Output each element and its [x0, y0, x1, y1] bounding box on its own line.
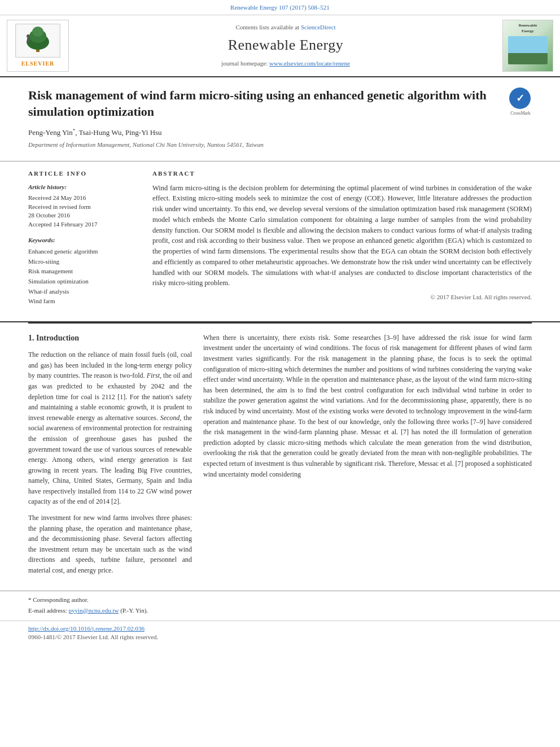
history-label: Article history: [28, 183, 141, 192]
journal-url[interactable]: www.elsevier.com/locate/renene [269, 60, 350, 67]
elsevier-logo: ELSEVIER [7, 20, 69, 72]
keywords-label: Keywords: [28, 236, 141, 245]
keyword-2: Micro-siting [28, 257, 141, 267]
journal-ref-text: Renewable Energy 107 (2017) 508–521 [230, 4, 330, 11]
thumb-journal-title: RenewableEnergy [519, 23, 537, 34]
crossmark-badge: ✓ CrossMark [509, 88, 532, 110]
thumb-inner: RenewableEnergy [503, 20, 553, 72]
accepted-date: Accepted 14 February 2017 [28, 220, 141, 229]
keyword-6: Wind farm [28, 296, 141, 307]
logo-graphic [15, 24, 60, 58]
footnote-corresponding: * Corresponding author. [28, 596, 532, 605]
article-info-abstract: ARTICLE INFO Article history: Received 2… [0, 161, 560, 322]
keyword-1: Enhanced genetic algorithm [28, 247, 141, 257]
journal-thumbnail: RenewableEnergy [502, 20, 553, 72]
crossmark-icon: ✓ [509, 88, 531, 109]
email-link[interactable]: pyyin@ncnu.edu.tw [68, 607, 119, 614]
received-revised-label: Received in revised form [28, 203, 141, 212]
article-history: Article history: Received 24 May 2016 Re… [28, 183, 141, 230]
intro-right: When there is uncertainty, there exists … [203, 333, 532, 582]
intro-right-paragraph-1: When there is uncertainty, there exists … [203, 333, 532, 479]
article-title-section: Risk management of wind farm micro-sitin… [0, 77, 560, 161]
elsevier-label: ELSEVIER [21, 60, 55, 68]
sciencedirect-link[interactable]: ScienceDirect [301, 24, 336, 30]
footnote-email: E-mail address: pyyin@ncnu.edu.tw (P.-Y.… [28, 606, 532, 615]
bottom-bar: http://dx.doi.org/10.1016/j.renene.2017.… [0, 621, 560, 646]
keyword-4: Simulation optimization [28, 277, 141, 287]
abstract-text: Wind farm micro-siting is the decision p… [152, 183, 532, 289]
article-info-heading: ARTICLE INFO [28, 169, 141, 178]
svg-rect-6 [27, 38, 29, 42]
crossmark-label: CrossMark [509, 110, 532, 117]
authors: Peng-Yeng Yin*, Tsai-Hung Wu, Ping-Yi Hs… [28, 127, 532, 138]
main-content: 1. Introduction The reduction on the rel… [0, 324, 560, 591]
intro-paragraph-1: The reduction on the reliance of main fo… [28, 350, 192, 507]
abstract-section: ABSTRACT Wind farm micro-siting is the d… [152, 169, 532, 313]
keywords-block: Keywords: Enhanced genetic algorithm Mic… [28, 236, 141, 307]
intro-left: 1. Introduction The reduction on the rel… [28, 333, 192, 582]
journal-homepage: journal homepage: www.elsevier.com/locat… [221, 59, 350, 68]
keyword-3: Risk management [28, 267, 141, 277]
received-date: Received 24 May 2016 [28, 194, 141, 203]
footnotes: * Corresponding author. E-mail address: … [0, 591, 560, 621]
contents-available: Contents lists available at ScienceDirec… [235, 23, 335, 32]
journal-header: ELSEVIER Contents lists available at Sci… [0, 15, 560, 78]
issn-text: 0960-1481/© 2017 Elsevier Ltd. All right… [28, 633, 532, 642]
affiliation: Department of Information Management, Na… [28, 141, 532, 150]
journal-info: Contents lists available at ScienceDirec… [75, 20, 497, 72]
article-title: Risk management of wind farm micro-sitin… [28, 88, 491, 120]
svg-point-4 [32, 27, 43, 37]
journal-title: Renewable Energy [228, 34, 344, 56]
copyright: © 2017 Elsevier Ltd. All rights reserved… [152, 293, 532, 302]
svg-point-5 [27, 34, 30, 38]
doi-link[interactable]: http://dx.doi.org/10.1016/j.renene.2017.… [28, 625, 145, 632]
revised-date: 28 October 2016 [28, 211, 141, 220]
article-info: ARTICLE INFO Article history: Received 2… [28, 169, 141, 313]
thumb-image [508, 36, 548, 64]
intro-paragraph-2: The investment for new wind farms involv… [28, 513, 192, 576]
keyword-5: What-if analysis [28, 287, 141, 297]
abstract-heading: ABSTRACT [152, 169, 532, 178]
intro-heading: 1. Introduction [28, 333, 192, 344]
journal-reference: Renewable Energy 107 (2017) 508–521 [0, 0, 560, 15]
